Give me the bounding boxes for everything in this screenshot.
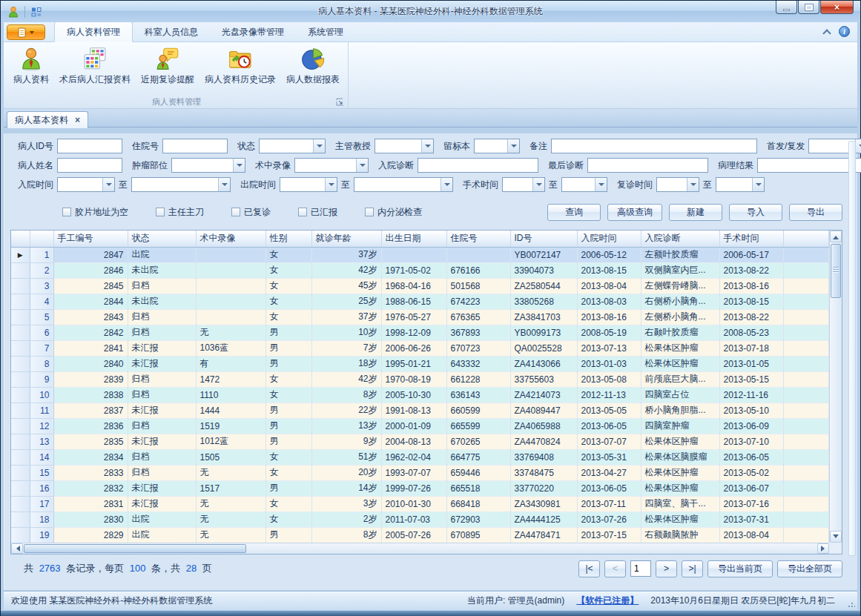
filter-revisited[interactable]: 已复诊 — [231, 206, 271, 219]
ribbon-tab-patient-management[interactable]: 病人资料管理 — [54, 21, 133, 42]
pathology-result-input[interactable] — [757, 158, 861, 173]
discharge-time-to-combo[interactable] — [354, 177, 453, 192]
table-row[interactable]: 162832未汇报1517男14岁1999-07-266655183377022… — [11, 480, 829, 496]
maximize-button[interactable] — [798, 1, 819, 14]
grid-horizontal-scrollbar[interactable] — [11, 543, 829, 554]
filter-film-address-empty[interactable]: 胶片地址为空 — [62, 206, 128, 219]
discharge-time-from-dropdown-button[interactable] — [325, 178, 337, 191]
dialog-launcher-icon[interactable] — [336, 98, 345, 107]
table-row[interactable]: 42844未出院女25岁1988-06-15674223338052682013… — [11, 294, 829, 309]
resize-grip[interactable] — [848, 600, 855, 608]
action-button-import[interactable]: 导入 — [729, 204, 782, 221]
film-address-empty-checkbox[interactable] — [62, 208, 71, 216]
surgery-time-to-dropdown-button[interactable] — [595, 178, 607, 191]
column-header[interactable]: 入院诊断 — [641, 231, 719, 247]
registration-status-link[interactable]: 【软件已注册】 — [576, 595, 639, 607]
vertical-scroll-thumb[interactable] — [831, 244, 841, 298]
revisit-time-to-combo[interactable] — [716, 177, 765, 192]
table-row[interactable]: 142834归档1505女51岁1962-02-0466477533769408… — [11, 449, 829, 465]
status-dropdown-button[interactable] — [313, 139, 325, 153]
scroll-down-button[interactable] — [830, 531, 842, 543]
table-row[interactable]: ▶12847出院女37岁YB00721472006-05-12左额叶胶质瘤200… — [11, 247, 829, 262]
table-row[interactable]: 112837未汇报1444男22岁1991-08-13660599ZA40894… — [11, 403, 829, 418]
ribbon-button-revisit-reminder[interactable]: 近期复诊提醒 — [136, 43, 199, 87]
scroll-right-button[interactable] — [817, 543, 829, 554]
scroll-up-button[interactable] — [830, 231, 842, 242]
tumor-site-combo[interactable] — [171, 158, 245, 173]
specimen-dropdown-button[interactable] — [507, 139, 519, 153]
table-row[interactable]: 82840未汇报有男18岁1995-01-21643332ZA414306620… — [11, 356, 829, 371]
intraop-video-dropdown-button[interactable] — [356, 159, 368, 172]
titlebar[interactable]: 病人基本资料 - 某某医院神经外科-神经外科数据管理系统 × — [1, 1, 860, 22]
action-button-export[interactable]: 导出 — [789, 204, 842, 221]
column-header[interactable]: 术中录像 — [196, 231, 265, 247]
status-combo[interactable] — [259, 139, 326, 153]
ribbon-button-history-records[interactable]: 病人资料历史记录 — [199, 43, 281, 87]
patient-name-input[interactable] — [57, 158, 122, 173]
table-row[interactable]: 172831未汇报无女3岁2010-01-30668418ZA343098120… — [11, 496, 829, 511]
last-page-button[interactable]: >| — [682, 560, 703, 577]
table-row[interactable]: 52843归档女37岁1976-05-27676365ZA38417032013… — [11, 309, 829, 325]
surgery-time-from-combo[interactable] — [502, 177, 545, 192]
revisited-checkbox[interactable] — [231, 208, 240, 216]
filter-chief-surgeon[interactable]: 主任主刀 — [156, 206, 204, 219]
filter-endocrine-exam[interactable]: 内分泌检查 — [365, 206, 422, 219]
collapse-ribbon-icon[interactable] — [822, 29, 831, 37]
prev-page-button[interactable]: < — [604, 560, 626, 577]
admission-diagnosis-input[interactable] — [418, 158, 538, 173]
app-logo-icon[interactable] — [7, 5, 20, 19]
page-number-input[interactable] — [630, 560, 651, 577]
discharge-time-to-dropdown-button[interactable] — [441, 178, 452, 191]
column-header[interactable]: ID号 — [510, 231, 577, 247]
chief-professor-combo[interactable] — [375, 139, 434, 153]
ribbon-tab-staff-info[interactable]: 科室人员信息 — [133, 22, 210, 42]
specimen-combo[interactable] — [474, 139, 520, 153]
column-header[interactable]: 性别 — [265, 231, 311, 247]
column-header[interactable]: 状态 — [128, 231, 196, 247]
horizontal-scroll-thumb[interactable] — [24, 544, 246, 553]
column-header[interactable]: 出生日期 — [381, 231, 446, 247]
tab-patient-basic-info[interactable]: 病人基本资料 × — [7, 111, 88, 128]
column-header[interactable]: 手工编号 — [53, 231, 128, 247]
ribbon-button-data-report[interactable]: 病人数据报表 — [281, 43, 345, 87]
ribbon-button-postop-report[interactable]: 术后病人汇报资料 — [54, 43, 136, 87]
action-button-query[interactable]: 查询 — [547, 204, 601, 221]
first-recurrence-dropdown-button[interactable] — [855, 139, 861, 153]
endocrine-exam-checkbox[interactable] — [365, 208, 374, 216]
patient-id-input[interactable] — [57, 139, 122, 153]
revisit-time-from-combo[interactable] — [656, 177, 699, 192]
table-row[interactable]: 62842归档无男10岁1998-12-09367893YB0099173200… — [11, 325, 829, 340]
scroll-left-button[interactable] — [11, 543, 23, 554]
export-current-page-button[interactable]: 导出当前页 — [707, 560, 773, 577]
discharge-time-from-combo[interactable] — [280, 177, 337, 192]
table-row[interactable]: 132835未汇报1012蓝男9岁2004-08-13670265ZA44708… — [11, 434, 829, 449]
admission-time-from-combo[interactable] — [57, 177, 115, 192]
final-diagnosis-input[interactable] — [587, 158, 708, 173]
surgery-time-from-dropdown-button[interactable] — [532, 178, 544, 191]
table-row[interactable]: 152833归档无女20岁1993-07-0765944633748475201… — [11, 465, 829, 480]
table-row[interactable]: 22846未出院女42岁1971-05-02676166339040732013… — [11, 262, 829, 278]
column-header[interactable]: 就诊年龄 — [311, 231, 381, 247]
action-button-advanced-query[interactable]: 高级查询 — [607, 204, 662, 221]
column-header[interactable]: 入院时间 — [577, 231, 641, 247]
tumor-site-dropdown-button[interactable] — [233, 159, 245, 172]
chief-surgeon-checkbox[interactable] — [156, 208, 165, 216]
table-row[interactable]: 72841未汇报1036蓝男7岁2006-06-26670723QA002552… — [11, 340, 829, 356]
ribbon-tab-disc-video-management[interactable]: 光盘录像带管理 — [210, 22, 296, 42]
app-menu-button[interactable] — [7, 24, 45, 40]
quick-access-icon[interactable] — [30, 5, 43, 19]
next-page-button[interactable]: > — [656, 560, 677, 577]
grid-vertical-scrollbar[interactable] — [829, 231, 842, 543]
close-button[interactable]: × — [820, 1, 854, 14]
table-row[interactable]: 122836归档1519男13岁2000-01-09665599ZA406598… — [11, 418, 829, 434]
ribbon-button-patient-data[interactable]: 病人资料 — [8, 43, 54, 87]
surgery-time-to-combo[interactable] — [561, 177, 607, 192]
table-row[interactable]: 182830出院无女2岁2011-07-03672903ZA4444125201… — [11, 511, 829, 527]
action-button-new[interactable]: 新建 — [669, 204, 722, 221]
column-header[interactable]: 手术时间 — [719, 231, 783, 247]
export-all-pages-button[interactable]: 导出全部页 — [777, 560, 842, 577]
remarks-input[interactable] — [551, 139, 757, 153]
filter-reported[interactable]: 已汇报 — [298, 206, 337, 219]
admission-time-to-dropdown-button[interactable] — [218, 178, 230, 191]
reported-checkbox[interactable] — [298, 208, 307, 216]
